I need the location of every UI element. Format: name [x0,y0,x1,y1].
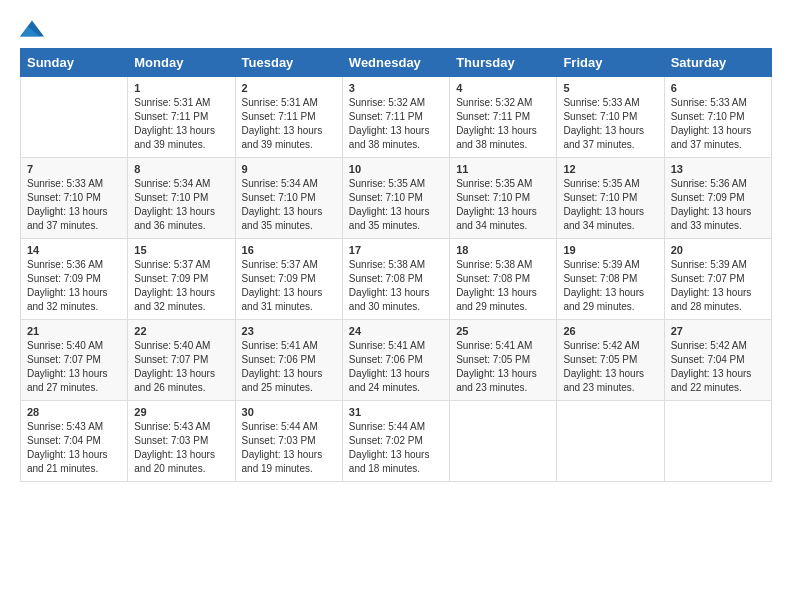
day-number: 21 [27,325,121,337]
day-number: 20 [671,244,765,256]
calendar-cell: 16Sunrise: 5:37 AM Sunset: 7:09 PM Dayli… [235,239,342,320]
day-number: 30 [242,406,336,418]
day-info: Sunrise: 5:35 AM Sunset: 7:10 PM Dayligh… [349,177,443,233]
day-info: Sunrise: 5:34 AM Sunset: 7:10 PM Dayligh… [242,177,336,233]
calendar-cell: 12Sunrise: 5:35 AM Sunset: 7:10 PM Dayli… [557,158,664,239]
day-number: 13 [671,163,765,175]
week-row-1: 7Sunrise: 5:33 AM Sunset: 7:10 PM Daylig… [21,158,772,239]
calendar-cell: 30Sunrise: 5:44 AM Sunset: 7:03 PM Dayli… [235,401,342,482]
day-number: 31 [349,406,443,418]
header-tuesday: Tuesday [235,49,342,77]
day-info: Sunrise: 5:44 AM Sunset: 7:03 PM Dayligh… [242,420,336,476]
week-row-3: 21Sunrise: 5:40 AM Sunset: 7:07 PM Dayli… [21,320,772,401]
week-row-2: 14Sunrise: 5:36 AM Sunset: 7:09 PM Dayli… [21,239,772,320]
calendar-cell: 9Sunrise: 5:34 AM Sunset: 7:10 PM Daylig… [235,158,342,239]
day-info: Sunrise: 5:44 AM Sunset: 7:02 PM Dayligh… [349,420,443,476]
calendar-cell: 7Sunrise: 5:33 AM Sunset: 7:10 PM Daylig… [21,158,128,239]
day-number: 24 [349,325,443,337]
calendar-cell: 22Sunrise: 5:40 AM Sunset: 7:07 PM Dayli… [128,320,235,401]
day-number: 11 [456,163,550,175]
day-info: Sunrise: 5:34 AM Sunset: 7:10 PM Dayligh… [134,177,228,233]
calendar-cell: 5Sunrise: 5:33 AM Sunset: 7:10 PM Daylig… [557,77,664,158]
calendar-cell: 19Sunrise: 5:39 AM Sunset: 7:08 PM Dayli… [557,239,664,320]
calendar-cell: 17Sunrise: 5:38 AM Sunset: 7:08 PM Dayli… [342,239,449,320]
day-info: Sunrise: 5:43 AM Sunset: 7:04 PM Dayligh… [27,420,121,476]
week-row-4: 28Sunrise: 5:43 AM Sunset: 7:04 PM Dayli… [21,401,772,482]
day-number: 14 [27,244,121,256]
calendar-cell: 15Sunrise: 5:37 AM Sunset: 7:09 PM Dayli… [128,239,235,320]
day-info: Sunrise: 5:36 AM Sunset: 7:09 PM Dayligh… [671,177,765,233]
calendar-cell: 18Sunrise: 5:38 AM Sunset: 7:08 PM Dayli… [450,239,557,320]
calendar-header-row: SundayMondayTuesdayWednesdayThursdayFrid… [21,49,772,77]
day-info: Sunrise: 5:39 AM Sunset: 7:07 PM Dayligh… [671,258,765,314]
day-number: 7 [27,163,121,175]
calendar-cell: 26Sunrise: 5:42 AM Sunset: 7:05 PM Dayli… [557,320,664,401]
day-number: 15 [134,244,228,256]
day-info: Sunrise: 5:31 AM Sunset: 7:11 PM Dayligh… [242,96,336,152]
page-header [20,20,772,40]
day-info: Sunrise: 5:32 AM Sunset: 7:11 PM Dayligh… [456,96,550,152]
calendar-cell [450,401,557,482]
day-number: 1 [134,82,228,94]
calendar-cell: 27Sunrise: 5:42 AM Sunset: 7:04 PM Dayli… [664,320,771,401]
day-number: 4 [456,82,550,94]
day-info: Sunrise: 5:42 AM Sunset: 7:05 PM Dayligh… [563,339,657,395]
calendar-cell: 6Sunrise: 5:33 AM Sunset: 7:10 PM Daylig… [664,77,771,158]
week-row-0: 1Sunrise: 5:31 AM Sunset: 7:11 PM Daylig… [21,77,772,158]
day-number: 5 [563,82,657,94]
header-thursday: Thursday [450,49,557,77]
day-info: Sunrise: 5:33 AM Sunset: 7:10 PM Dayligh… [563,96,657,152]
day-info: Sunrise: 5:33 AM Sunset: 7:10 PM Dayligh… [27,177,121,233]
day-info: Sunrise: 5:37 AM Sunset: 7:09 PM Dayligh… [134,258,228,314]
day-info: Sunrise: 5:32 AM Sunset: 7:11 PM Dayligh… [349,96,443,152]
calendar-cell [21,77,128,158]
calendar-cell: 21Sunrise: 5:40 AM Sunset: 7:07 PM Dayli… [21,320,128,401]
header-saturday: Saturday [664,49,771,77]
day-info: Sunrise: 5:37 AM Sunset: 7:09 PM Dayligh… [242,258,336,314]
day-number: 19 [563,244,657,256]
day-info: Sunrise: 5:41 AM Sunset: 7:06 PM Dayligh… [242,339,336,395]
day-number: 16 [242,244,336,256]
day-number: 22 [134,325,228,337]
day-info: Sunrise: 5:39 AM Sunset: 7:08 PM Dayligh… [563,258,657,314]
day-info: Sunrise: 5:40 AM Sunset: 7:07 PM Dayligh… [27,339,121,395]
logo [20,20,48,40]
day-info: Sunrise: 5:41 AM Sunset: 7:05 PM Dayligh… [456,339,550,395]
calendar-cell [557,401,664,482]
day-info: Sunrise: 5:41 AM Sunset: 7:06 PM Dayligh… [349,339,443,395]
calendar-cell: 13Sunrise: 5:36 AM Sunset: 7:09 PM Dayli… [664,158,771,239]
header-friday: Friday [557,49,664,77]
day-number: 3 [349,82,443,94]
day-number: 6 [671,82,765,94]
day-info: Sunrise: 5:38 AM Sunset: 7:08 PM Dayligh… [349,258,443,314]
calendar-cell: 4Sunrise: 5:32 AM Sunset: 7:11 PM Daylig… [450,77,557,158]
day-number: 12 [563,163,657,175]
calendar-cell: 25Sunrise: 5:41 AM Sunset: 7:05 PM Dayli… [450,320,557,401]
day-number: 23 [242,325,336,337]
day-number: 2 [242,82,336,94]
header-monday: Monday [128,49,235,77]
calendar-cell: 31Sunrise: 5:44 AM Sunset: 7:02 PM Dayli… [342,401,449,482]
calendar-cell: 8Sunrise: 5:34 AM Sunset: 7:10 PM Daylig… [128,158,235,239]
calendar-table: SundayMondayTuesdayWednesdayThursdayFrid… [20,48,772,482]
calendar-cell: 3Sunrise: 5:32 AM Sunset: 7:11 PM Daylig… [342,77,449,158]
day-number: 28 [27,406,121,418]
calendar-cell: 10Sunrise: 5:35 AM Sunset: 7:10 PM Dayli… [342,158,449,239]
day-info: Sunrise: 5:33 AM Sunset: 7:10 PM Dayligh… [671,96,765,152]
header-sunday: Sunday [21,49,128,77]
day-number: 27 [671,325,765,337]
calendar-cell: 2Sunrise: 5:31 AM Sunset: 7:11 PM Daylig… [235,77,342,158]
day-number: 9 [242,163,336,175]
day-number: 10 [349,163,443,175]
calendar-cell: 23Sunrise: 5:41 AM Sunset: 7:06 PM Dayli… [235,320,342,401]
day-info: Sunrise: 5:36 AM Sunset: 7:09 PM Dayligh… [27,258,121,314]
day-number: 29 [134,406,228,418]
day-info: Sunrise: 5:38 AM Sunset: 7:08 PM Dayligh… [456,258,550,314]
header-wednesday: Wednesday [342,49,449,77]
day-info: Sunrise: 5:35 AM Sunset: 7:10 PM Dayligh… [456,177,550,233]
calendar-cell: 20Sunrise: 5:39 AM Sunset: 7:07 PM Dayli… [664,239,771,320]
day-info: Sunrise: 5:40 AM Sunset: 7:07 PM Dayligh… [134,339,228,395]
day-info: Sunrise: 5:43 AM Sunset: 7:03 PM Dayligh… [134,420,228,476]
day-number: 8 [134,163,228,175]
calendar-cell: 28Sunrise: 5:43 AM Sunset: 7:04 PM Dayli… [21,401,128,482]
